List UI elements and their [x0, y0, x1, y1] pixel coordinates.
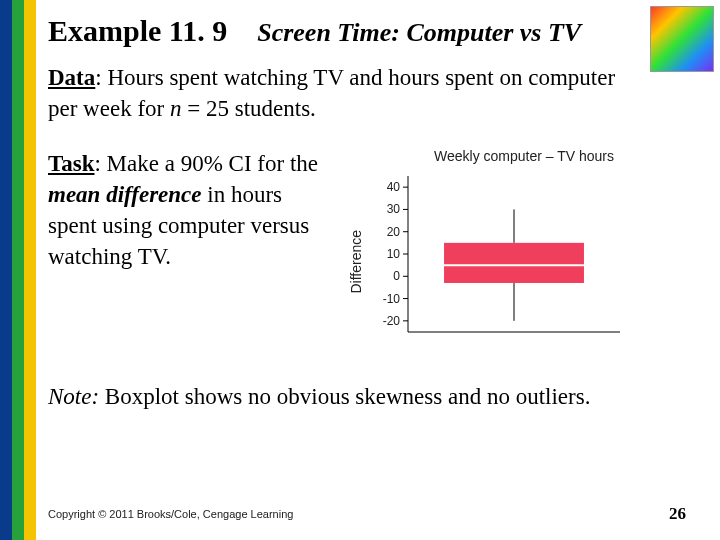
slide-title: Example 11. 9 Screen Time: Computer vs T… — [48, 14, 700, 48]
svg-text:10: 10 — [387, 247, 401, 261]
data-label: Data — [48, 65, 95, 90]
slide-accent-stripe — [0, 0, 36, 540]
svg-text:-10: -10 — [383, 292, 401, 306]
example-number: Example 11. 9 — [48, 14, 227, 47]
chart-ylabel: Difference — [348, 230, 364, 294]
copyright-text: Copyright © 2011 Brooks/Cole, Cengage Le… — [48, 508, 293, 520]
task-description: Task: Make a 90% CI for the mean differe… — [48, 148, 328, 272]
svg-text:-20: -20 — [383, 314, 401, 328]
chart-title: Weekly computer – TV hours — [348, 148, 700, 164]
chart-plot-area: -20-10010203040 — [370, 170, 630, 354]
svg-text:0: 0 — [393, 269, 400, 283]
note-label: Note: — [48, 384, 99, 409]
svg-text:20: 20 — [387, 225, 401, 239]
slide-content: Example 11. 9 Screen Time: Computer vs T… — [48, 14, 700, 540]
example-subtitle: Screen Time: Computer vs TV — [257, 18, 581, 47]
boxplot-chart: Weekly computer – TV hours Difference -2… — [348, 148, 700, 354]
svg-text:40: 40 — [387, 180, 401, 194]
page-number: 26 — [669, 504, 686, 524]
data-description: Data: Hours spent watching TV and hours … — [48, 62, 643, 124]
note-line: Note: Boxplot shows no obvious skewness … — [48, 384, 700, 410]
svg-rect-18 — [444, 243, 584, 283]
svg-text:30: 30 — [387, 203, 401, 217]
task-label: Task — [48, 151, 94, 176]
